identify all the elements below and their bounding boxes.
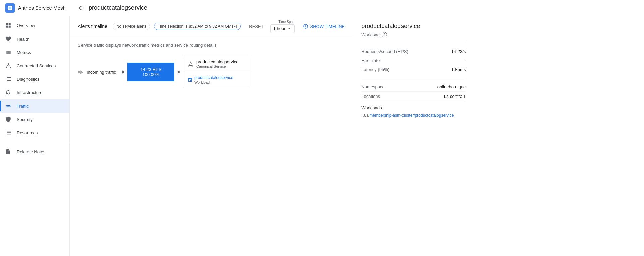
top-bar: Anthos Service Mesh productcatalogservic… bbox=[0, 0, 644, 16]
svg-point-8 bbox=[188, 65, 189, 66]
app-logo bbox=[5, 3, 15, 13]
sidebar: Overview Health Metrics Connected Servic… bbox=[0, 16, 70, 256]
svg-line-11 bbox=[191, 62, 193, 65]
service-node-header: productcatalogservice Canonical Service bbox=[183, 56, 250, 72]
traffic-description: Service traffic displays network traffic… bbox=[78, 43, 345, 48]
panel-service-name: productcatalogservice bbox=[361, 23, 466, 30]
show-timeline-button[interactable]: SHOW TIMELINE bbox=[303, 24, 345, 29]
service-type-icon bbox=[187, 61, 194, 67]
incoming-icon bbox=[78, 69, 84, 75]
workload-icon bbox=[187, 78, 192, 82]
workload-sub-text: Workload bbox=[194, 80, 210, 84]
metrics-icon bbox=[5, 49, 11, 55]
traffic-main-section: Alerts timeline No service alerts Time s… bbox=[70, 16, 353, 256]
time-span-label: Time Span bbox=[279, 20, 295, 24]
panel-workload-label: Workload bbox=[361, 32, 380, 37]
time-span-value: 1 hour bbox=[273, 26, 286, 31]
sidebar-label-metrics: Metrics bbox=[17, 50, 31, 55]
namespace-label: Namespace bbox=[361, 84, 401, 89]
latency-label: Latency (95%) bbox=[361, 67, 389, 72]
sidebar-item-health[interactable]: Health bbox=[0, 32, 69, 46]
namespace-value: onlineboutique bbox=[437, 84, 466, 89]
workload-link[interactable]: productcatalogservice Workload bbox=[187, 75, 246, 85]
right-panel: productcatalogservice Workload ? Request… bbox=[353, 16, 474, 256]
workloads-title: Workloads bbox=[361, 105, 466, 110]
help-icon[interactable]: ? bbox=[382, 32, 387, 37]
sidebar-label-resources: Resources bbox=[17, 130, 38, 135]
divider-1 bbox=[361, 78, 466, 78]
sidebar-item-metrics[interactable]: Metrics bbox=[0, 46, 69, 59]
sidebar-label-health: Health bbox=[17, 37, 30, 42]
locations-label: Locations bbox=[361, 94, 401, 99]
logo-area: Anthos Service Mesh bbox=[5, 3, 75, 13]
service-subtitle: Canonical Service bbox=[196, 64, 238, 68]
sidebar-item-diagnostics[interactable]: Diagnostics bbox=[0, 72, 69, 86]
arrow-right bbox=[120, 69, 126, 75]
workload-k8s-link[interactable]: membership-asm-cluster/productcatalogser… bbox=[369, 113, 454, 118]
infrastructure-icon bbox=[5, 89, 11, 95]
traffic-pct: 100.00% bbox=[142, 72, 159, 77]
service-name: productcatalogservice bbox=[196, 59, 238, 64]
service-node: productcatalogservice Canonical Service … bbox=[183, 56, 250, 88]
sidebar-item-security[interactable]: Security bbox=[0, 113, 69, 126]
k8s-prefix: K8s/ bbox=[361, 113, 369, 118]
sidebar-label-release-notes: Release Notes bbox=[17, 149, 45, 154]
back-button[interactable] bbox=[78, 5, 85, 11]
traffic-diagram: Incoming traffic 14.23 RPS 100.00% bbox=[78, 56, 345, 88]
grid-icon bbox=[5, 22, 11, 28]
traffic-area: Service traffic displays network traffic… bbox=[70, 37, 353, 94]
panel-workload-row: Workload ? bbox=[361, 32, 466, 37]
workload-link-text: productcatalogservice bbox=[194, 75, 233, 80]
resources-icon bbox=[5, 130, 11, 136]
timeline-icon bbox=[303, 24, 308, 29]
error-rate-value: - bbox=[464, 58, 466, 63]
svg-line-10 bbox=[189, 62, 191, 65]
reset-button[interactable]: RESET bbox=[249, 24, 263, 29]
svg-point-7 bbox=[190, 61, 191, 62]
app-title: Anthos Service Mesh bbox=[18, 5, 66, 11]
workloads-section: Workloads K8s/membership-asm-cluster/pro… bbox=[361, 105, 466, 118]
error-rate-label: Error rate bbox=[361, 58, 380, 63]
alerts-title: Alerts timeline bbox=[78, 24, 107, 29]
sidebar-item-traffic[interactable]: Traffic bbox=[0, 99, 69, 113]
traffic-icon bbox=[5, 103, 11, 109]
latency-row: Latency (95%) 1.85ms bbox=[361, 65, 466, 74]
sidebar-item-infrastructure[interactable]: Infrastructure bbox=[0, 86, 69, 99]
rps-label: Requests/second (RPS) bbox=[361, 49, 408, 54]
namespace-row: Namespace onlineboutique bbox=[361, 82, 466, 92]
release-notes-icon bbox=[5, 149, 11, 155]
workload-item: K8s/membership-asm-cluster/productcatalo… bbox=[361, 113, 466, 118]
incoming-label-group: Incoming traffic bbox=[78, 69, 116, 75]
sidebar-label-overview: Overview bbox=[17, 23, 35, 28]
sidebar-item-overview[interactable]: Overview bbox=[0, 19, 69, 32]
rps-row: Requests/second (RPS) 14.23/s bbox=[361, 47, 466, 56]
latency-value: 1.85ms bbox=[451, 67, 466, 72]
svg-rect-2 bbox=[8, 8, 10, 10]
svg-point-9 bbox=[192, 65, 193, 66]
time-selection-badge: Time selection is 8:32 AM to 9:32 AM GMT… bbox=[154, 23, 241, 30]
chevron-down-icon bbox=[287, 26, 292, 31]
health-icon bbox=[5, 36, 11, 42]
show-timeline-label: SHOW TIMELINE bbox=[310, 24, 345, 29]
incoming-label: Incoming traffic bbox=[87, 70, 116, 75]
no-alerts-badge: No service alerts bbox=[113, 23, 150, 30]
error-rate-row: Error rate - bbox=[361, 56, 466, 65]
traffic-rps: 14.23 RPS bbox=[140, 67, 161, 72]
sidebar-label-infrastructure: Infrastructure bbox=[17, 90, 43, 95]
main-layout: Overview Health Metrics Connected Servic… bbox=[0, 16, 644, 256]
info-section: Namespace onlineboutique Locations us-ce… bbox=[361, 81, 466, 101]
sidebar-label-connected-services: Connected Services bbox=[17, 63, 56, 68]
sidebar-label-security: Security bbox=[17, 117, 33, 122]
sidebar-item-connected-services[interactable]: Connected Services bbox=[0, 59, 69, 72]
time-span-select[interactable]: 1 hour bbox=[270, 24, 295, 33]
sidebar-item-resources[interactable]: Resources bbox=[0, 126, 69, 139]
svg-point-4 bbox=[8, 63, 9, 64]
service-node-body: productcatalogservice Workload bbox=[183, 72, 250, 88]
locations-row: Locations us-central1 bbox=[361, 92, 466, 101]
svg-rect-3 bbox=[10, 8, 12, 10]
svg-rect-0 bbox=[8, 6, 10, 8]
metrics-section: Requests/second (RPS) 14.23/s Error rate… bbox=[361, 43, 466, 74]
sidebar-item-release-notes[interactable]: Release Notes bbox=[0, 145, 69, 158]
content-area: Alerts timeline No service alerts Time s… bbox=[70, 16, 474, 256]
sidebar-label-traffic: Traffic bbox=[17, 104, 29, 109]
